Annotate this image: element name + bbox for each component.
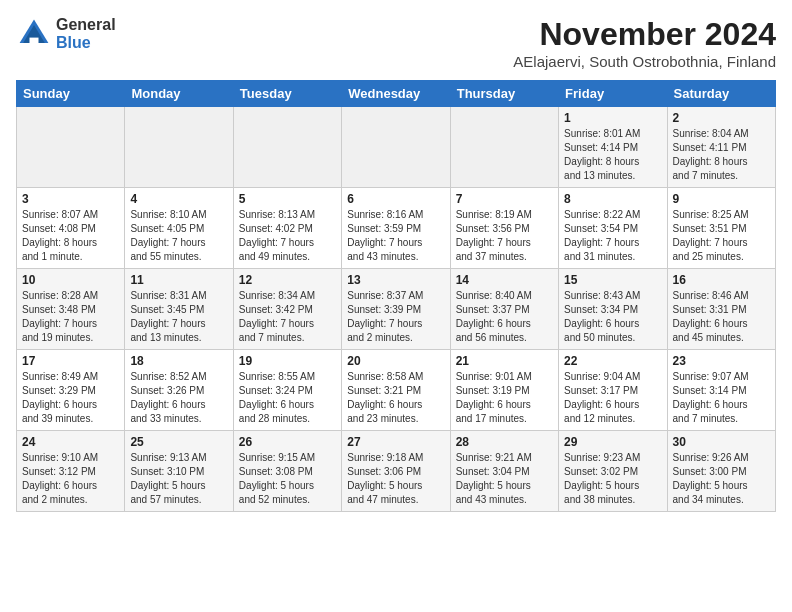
day-info: Sunrise: 9:13 AM Sunset: 3:10 PM Dayligh… bbox=[130, 451, 227, 507]
day-info: Sunrise: 8:28 AM Sunset: 3:48 PM Dayligh… bbox=[22, 289, 119, 345]
day-number: 21 bbox=[456, 354, 553, 368]
day-info: Sunrise: 8:19 AM Sunset: 3:56 PM Dayligh… bbox=[456, 208, 553, 264]
calendar-day-cell: 22Sunrise: 9:04 AM Sunset: 3:17 PM Dayli… bbox=[559, 350, 667, 431]
day-info: Sunrise: 9:15 AM Sunset: 3:08 PM Dayligh… bbox=[239, 451, 336, 507]
calendar-day-header: Tuesday bbox=[233, 81, 341, 107]
calendar-day-cell: 3Sunrise: 8:07 AM Sunset: 4:08 PM Daylig… bbox=[17, 188, 125, 269]
calendar-day-cell: 6Sunrise: 8:16 AM Sunset: 3:59 PM Daylig… bbox=[342, 188, 450, 269]
day-number: 22 bbox=[564, 354, 661, 368]
day-number: 4 bbox=[130, 192, 227, 206]
day-info: Sunrise: 8:10 AM Sunset: 4:05 PM Dayligh… bbox=[130, 208, 227, 264]
day-number: 20 bbox=[347, 354, 444, 368]
day-number: 29 bbox=[564, 435, 661, 449]
calendar-day-header: Friday bbox=[559, 81, 667, 107]
day-number: 15 bbox=[564, 273, 661, 287]
logo: General Blue bbox=[16, 16, 116, 52]
day-info: Sunrise: 8:13 AM Sunset: 4:02 PM Dayligh… bbox=[239, 208, 336, 264]
day-info: Sunrise: 8:22 AM Sunset: 3:54 PM Dayligh… bbox=[564, 208, 661, 264]
day-number: 10 bbox=[22, 273, 119, 287]
logo-blue: Blue bbox=[56, 34, 116, 52]
day-info: Sunrise: 9:01 AM Sunset: 3:19 PM Dayligh… bbox=[456, 370, 553, 426]
day-number: 28 bbox=[456, 435, 553, 449]
calendar-day-header: Saturday bbox=[667, 81, 775, 107]
day-number: 27 bbox=[347, 435, 444, 449]
day-number: 14 bbox=[456, 273, 553, 287]
page-header: General Blue November 2024 AElajaervi, S… bbox=[16, 16, 776, 70]
day-number: 16 bbox=[673, 273, 770, 287]
day-info: Sunrise: 9:18 AM Sunset: 3:06 PM Dayligh… bbox=[347, 451, 444, 507]
calendar-day-cell: 26Sunrise: 9:15 AM Sunset: 3:08 PM Dayli… bbox=[233, 431, 341, 512]
day-info: Sunrise: 8:34 AM Sunset: 3:42 PM Dayligh… bbox=[239, 289, 336, 345]
day-info: Sunrise: 8:25 AM Sunset: 3:51 PM Dayligh… bbox=[673, 208, 770, 264]
calendar-day-cell: 2Sunrise: 8:04 AM Sunset: 4:11 PM Daylig… bbox=[667, 107, 775, 188]
day-info: Sunrise: 8:07 AM Sunset: 4:08 PM Dayligh… bbox=[22, 208, 119, 264]
calendar-day-cell: 5Sunrise: 8:13 AM Sunset: 4:02 PM Daylig… bbox=[233, 188, 341, 269]
calendar-day-cell: 27Sunrise: 9:18 AM Sunset: 3:06 PM Dayli… bbox=[342, 431, 450, 512]
day-info: Sunrise: 9:26 AM Sunset: 3:00 PM Dayligh… bbox=[673, 451, 770, 507]
day-info: Sunrise: 9:10 AM Sunset: 3:12 PM Dayligh… bbox=[22, 451, 119, 507]
calendar-week-row: 3Sunrise: 8:07 AM Sunset: 4:08 PM Daylig… bbox=[17, 188, 776, 269]
calendar-day-cell: 19Sunrise: 8:55 AM Sunset: 3:24 PM Dayli… bbox=[233, 350, 341, 431]
logo-general: General bbox=[56, 16, 116, 34]
calendar-day-cell: 25Sunrise: 9:13 AM Sunset: 3:10 PM Dayli… bbox=[125, 431, 233, 512]
day-info: Sunrise: 8:58 AM Sunset: 3:21 PM Dayligh… bbox=[347, 370, 444, 426]
day-info: Sunrise: 8:16 AM Sunset: 3:59 PM Dayligh… bbox=[347, 208, 444, 264]
calendar-day-cell: 30Sunrise: 9:26 AM Sunset: 3:00 PM Dayli… bbox=[667, 431, 775, 512]
calendar-day-cell: 14Sunrise: 8:40 AM Sunset: 3:37 PM Dayli… bbox=[450, 269, 558, 350]
day-number: 3 bbox=[22, 192, 119, 206]
calendar-table: SundayMondayTuesdayWednesdayThursdayFrid… bbox=[16, 80, 776, 512]
calendar-day-cell: 1Sunrise: 8:01 AM Sunset: 4:14 PM Daylig… bbox=[559, 107, 667, 188]
location-title: AElajaervi, South Ostrobothnia, Finland bbox=[513, 53, 776, 70]
day-info: Sunrise: 8:40 AM Sunset: 3:37 PM Dayligh… bbox=[456, 289, 553, 345]
calendar-day-header: Monday bbox=[125, 81, 233, 107]
day-info: Sunrise: 8:46 AM Sunset: 3:31 PM Dayligh… bbox=[673, 289, 770, 345]
day-info: Sunrise: 8:52 AM Sunset: 3:26 PM Dayligh… bbox=[130, 370, 227, 426]
calendar-day-header: Wednesday bbox=[342, 81, 450, 107]
calendar-day-cell: 7Sunrise: 8:19 AM Sunset: 3:56 PM Daylig… bbox=[450, 188, 558, 269]
calendar-header-row: SundayMondayTuesdayWednesdayThursdayFrid… bbox=[17, 81, 776, 107]
day-info: Sunrise: 8:37 AM Sunset: 3:39 PM Dayligh… bbox=[347, 289, 444, 345]
day-info: Sunrise: 9:04 AM Sunset: 3:17 PM Dayligh… bbox=[564, 370, 661, 426]
day-number: 30 bbox=[673, 435, 770, 449]
logo-icon bbox=[16, 16, 52, 52]
calendar-day-cell: 16Sunrise: 8:46 AM Sunset: 3:31 PM Dayli… bbox=[667, 269, 775, 350]
svg-rect-2 bbox=[30, 38, 39, 43]
day-number: 8 bbox=[564, 192, 661, 206]
calendar-day-cell: 15Sunrise: 8:43 AM Sunset: 3:34 PM Dayli… bbox=[559, 269, 667, 350]
calendar-day-cell: 11Sunrise: 8:31 AM Sunset: 3:45 PM Dayli… bbox=[125, 269, 233, 350]
day-number: 19 bbox=[239, 354, 336, 368]
day-info: Sunrise: 8:49 AM Sunset: 3:29 PM Dayligh… bbox=[22, 370, 119, 426]
day-number: 9 bbox=[673, 192, 770, 206]
day-number: 5 bbox=[239, 192, 336, 206]
calendar-day-cell bbox=[342, 107, 450, 188]
calendar-day-cell: 20Sunrise: 8:58 AM Sunset: 3:21 PM Dayli… bbox=[342, 350, 450, 431]
day-number: 24 bbox=[22, 435, 119, 449]
calendar-day-header: Thursday bbox=[450, 81, 558, 107]
logo-text: General Blue bbox=[56, 16, 116, 51]
calendar-day-cell: 29Sunrise: 9:23 AM Sunset: 3:02 PM Dayli… bbox=[559, 431, 667, 512]
calendar-day-cell: 8Sunrise: 8:22 AM Sunset: 3:54 PM Daylig… bbox=[559, 188, 667, 269]
day-number: 18 bbox=[130, 354, 227, 368]
calendar-day-cell: 9Sunrise: 8:25 AM Sunset: 3:51 PM Daylig… bbox=[667, 188, 775, 269]
calendar-day-cell: 17Sunrise: 8:49 AM Sunset: 3:29 PM Dayli… bbox=[17, 350, 125, 431]
calendar-day-cell bbox=[233, 107, 341, 188]
calendar-day-cell bbox=[450, 107, 558, 188]
day-number: 7 bbox=[456, 192, 553, 206]
day-number: 12 bbox=[239, 273, 336, 287]
day-info: Sunrise: 8:31 AM Sunset: 3:45 PM Dayligh… bbox=[130, 289, 227, 345]
calendar-week-row: 24Sunrise: 9:10 AM Sunset: 3:12 PM Dayli… bbox=[17, 431, 776, 512]
day-number: 23 bbox=[673, 354, 770, 368]
day-number: 11 bbox=[130, 273, 227, 287]
calendar-day-header: Sunday bbox=[17, 81, 125, 107]
day-info: Sunrise: 8:01 AM Sunset: 4:14 PM Dayligh… bbox=[564, 127, 661, 183]
day-number: 6 bbox=[347, 192, 444, 206]
day-number: 25 bbox=[130, 435, 227, 449]
calendar-day-cell bbox=[125, 107, 233, 188]
day-info: Sunrise: 9:23 AM Sunset: 3:02 PM Dayligh… bbox=[564, 451, 661, 507]
day-info: Sunrise: 8:43 AM Sunset: 3:34 PM Dayligh… bbox=[564, 289, 661, 345]
calendar-day-cell: 28Sunrise: 9:21 AM Sunset: 3:04 PM Dayli… bbox=[450, 431, 558, 512]
calendar-day-cell: 10Sunrise: 8:28 AM Sunset: 3:48 PM Dayli… bbox=[17, 269, 125, 350]
month-title: November 2024 bbox=[513, 16, 776, 53]
day-info: Sunrise: 9:07 AM Sunset: 3:14 PM Dayligh… bbox=[673, 370, 770, 426]
calendar-week-row: 17Sunrise: 8:49 AM Sunset: 3:29 PM Dayli… bbox=[17, 350, 776, 431]
